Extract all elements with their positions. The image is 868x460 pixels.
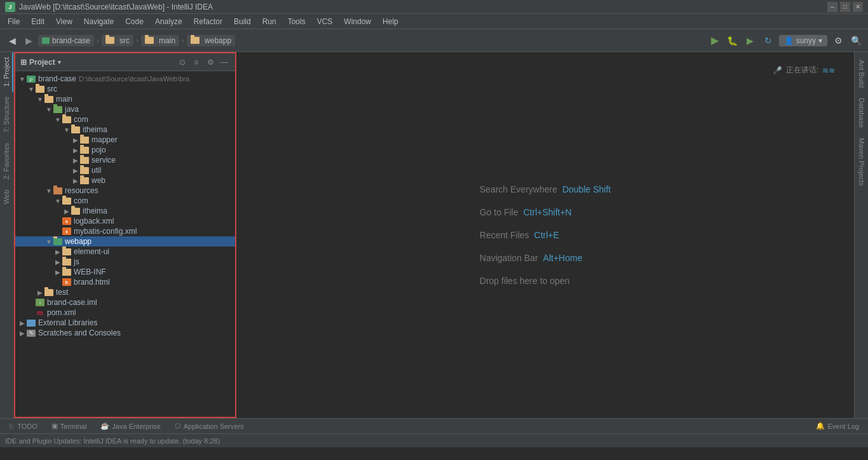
settings-panel-button[interactable]: ⚙ [205, 57, 216, 68]
tab-label: Terminal [60, 423, 87, 430]
tree-item-itheima-resources[interactable]: ▶ itheima [15, 206, 235, 216]
tab-web[interactable]: Web [0, 185, 13, 209]
tree-item-web-inf[interactable]: ▶ WEB-INF [15, 267, 235, 277]
tree-item-test[interactable]: ▶ test [15, 287, 235, 297]
tree-item-main[interactable]: ▼ main [15, 94, 235, 104]
collapse-button[interactable]: ≡ [191, 57, 202, 68]
breadcrumb-src[interactable]: src [102, 35, 133, 46]
tree-item-scratches[interactable]: ▶ ✎ Scratches and Consoles [15, 328, 235, 338]
menu-file[interactable]: File [3, 16, 25, 27]
user-badge[interactable]: 👤 sunyy ▾ [779, 35, 827, 46]
tree-item-util[interactable]: ▶ util [15, 165, 235, 175]
tree-item-itheima[interactable]: ▼ itheima [15, 125, 235, 135]
tree-item-webapp[interactable]: ▼ webapp [15, 236, 235, 247]
expand-arrow: ▼ [44, 187, 53, 194]
recent-label: Recent Files [480, 230, 529, 240]
breadcrumb-main-label: main [159, 36, 175, 45]
tree-item-pom[interactable]: m pom.xml [15, 308, 235, 318]
expand-arrow: ▼ [36, 96, 44, 103]
menu-edit[interactable]: Edit [26, 16, 50, 27]
tree-item-mapper[interactable]: ▶ mapper [15, 135, 235, 145]
menu-run[interactable]: Run [257, 16, 281, 27]
toolbar: ◀ ▶ brand-case › src › main › webapp ▶ 🐛… [0, 29, 868, 52]
tree-item-logback[interactable]: x logback.xml [15, 216, 235, 226]
tree-item-brand-html[interactable]: h brand.html [15, 277, 235, 287]
tree-item-service[interactable]: ▶ service [15, 155, 235, 165]
main-layout: 1: Project 7: Structure 2: Favorites Web… [0, 52, 868, 418]
run-button[interactable]: ▶ [708, 34, 722, 48]
tree-item-com[interactable]: ▼ com [15, 114, 235, 125]
tree-item-js[interactable]: ▶ js [15, 257, 235, 267]
tab-terminal[interactable]: ▣ Terminal [45, 421, 93, 431]
tree-label: webapp [65, 237, 92, 246]
tree-label: com [74, 115, 88, 124]
user-name: sunyy [796, 36, 816, 45]
tree-item-src[interactable]: ▼ src [15, 84, 235, 94]
tree-item-java[interactable]: ▼ java [15, 104, 235, 114]
tree-label: pojo [92, 145, 106, 154]
tree-item-pojo[interactable]: ▶ pojo [15, 145, 235, 155]
tab-event-log[interactable]: 🔔 Event Log [810, 421, 865, 431]
menu-refactor[interactable]: Refactor [189, 16, 227, 27]
expand-arrow: ▶ [71, 157, 80, 164]
file-tree[interactable]: ▼ p brand-case D:\itcast\Source\itcast\J… [15, 71, 235, 417]
tab-label: Application Servers [184, 423, 244, 430]
menu-view[interactable]: View [51, 16, 78, 27]
menu-build[interactable]: Build [229, 16, 256, 27]
back-button[interactable]: ◀ [5, 34, 19, 48]
settings-button[interactable]: ⚙ [831, 34, 845, 48]
tab-project[interactable]: 1: Project [0, 52, 13, 91]
menu-help[interactable]: Help [377, 16, 403, 27]
hide-panel-button[interactable]: — [219, 57, 230, 68]
close-button[interactable]: ✕ [853, 2, 863, 12]
tree-item-brand-case[interactable]: ▼ p brand-case D:\itcast\Source\itcast\J… [15, 74, 235, 84]
tree-label: js [74, 257, 79, 266]
shortcut-recent: Recent Files Ctrl+E [480, 230, 611, 240]
tab-todo[interactable]: 6: TODO [3, 421, 44, 431]
run-config-button[interactable]: ▶ [743, 34, 757, 48]
expand-arrow: ▶ [71, 147, 80, 154]
tree-item-brand-iml[interactable]: i brand-case.iml [15, 297, 235, 308]
maximize-button[interactable]: □ [840, 2, 850, 12]
menu-code[interactable]: Code [120, 16, 149, 27]
drop-files-row: Drop files here to open [480, 276, 611, 286]
user-icon: 👤 [784, 36, 794, 45]
drop-text: Drop files here to open [480, 276, 570, 286]
tree-item-ext-libs[interactable]: ▶ External Libraries [15, 318, 235, 328]
breadcrumb-webapp[interactable]: webapp [187, 35, 235, 46]
tab-structure[interactable]: 7: Structure [0, 91, 13, 138]
tab-num: 6: [9, 423, 15, 430]
bottom-tab-bar: 6: TODO ▣ Terminal ☕ Java Enterprise ⬡ A… [0, 418, 868, 433]
nav-key: Alt+Home [543, 253, 583, 263]
tree-item-element-ui[interactable]: ▶ element-ui [15, 247, 235, 257]
breadcrumb-webapp-label: webapp [205, 36, 231, 45]
breadcrumb-brand-case[interactable]: brand-case [38, 35, 94, 46]
menu-navigate[interactable]: Navigate [79, 16, 119, 27]
tree-item-web[interactable]: ▶ web [15, 175, 235, 186]
panel-title: ⊞ Project ▾ [20, 58, 61, 67]
update-button[interactable]: ↻ [761, 34, 775, 48]
breadcrumb-main[interactable]: main [141, 35, 179, 46]
shortcut-nav: Navigation Bar Alt+Home [480, 253, 611, 263]
tab-favorites[interactable]: 2: Favorites [0, 138, 13, 184]
menu-tools[interactable]: Tools [283, 16, 311, 27]
menu-bar: File Edit View Navigate Code Analyze Ref… [0, 14, 868, 29]
app-icon: J [5, 2, 15, 12]
search-everywhere-button[interactable]: 🔍 [849, 34, 863, 48]
tab-java-enterprise[interactable]: ☕ Java Enterprise [94, 421, 166, 431]
tab-app-servers[interactable]: ⬡ Application Servers [168, 421, 250, 431]
tab-database[interactable]: Database [856, 93, 867, 133]
tree-item-mybatis[interactable]: x mybatis-config.xml [15, 226, 235, 236]
minimize-button[interactable]: – [827, 2, 837, 12]
left-tab-bar: 1: Project 7: Structure 2: Favorites Web [0, 52, 14, 418]
sync-button[interactable]: ⊙ [177, 57, 188, 68]
tree-item-resources[interactable]: ▼ resources [15, 186, 235, 196]
menu-analyze[interactable]: Analyze [150, 16, 187, 27]
menu-vcs[interactable]: VCS [312, 16, 338, 27]
tab-ant-build[interactable]: Ant Build [856, 55, 867, 93]
forward-button[interactable]: ▶ [22, 34, 36, 48]
menu-window[interactable]: Window [339, 16, 376, 27]
debug-button[interactable]: 🐛 [726, 34, 740, 48]
tab-maven[interactable]: Maven Projects [856, 133, 867, 191]
tree-item-com-resources[interactable]: ▼ com [15, 196, 235, 206]
